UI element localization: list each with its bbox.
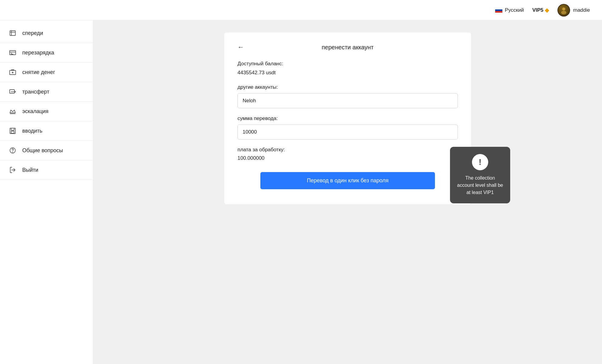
svg-rect-1 [495, 9, 502, 11]
balance-label: Доступный баланс: [237, 61, 458, 67]
card-title: перенести аккаунт [322, 44, 374, 51]
sidebar-label-withdrawal: снятие денег [22, 69, 55, 76]
sidebar-item-input[interactable]: вводить [0, 121, 93, 141]
card-header: ← перенести аккаунт [237, 43, 458, 51]
sidebar-item-withdrawal[interactable]: снятие денег [0, 63, 93, 82]
svg-point-4 [561, 11, 566, 14]
content-area: ← перенести аккаунт Доступный баланс: 44… [93, 20, 602, 364]
sidebar-label-front: спереди [22, 30, 43, 36]
topbar: Русский VIP5 ◆ maddie [0, 0, 602, 20]
sidebar-label-faq: Общие вопросы [22, 147, 63, 154]
transfer-card: ← перенести аккаунт Доступный баланс: 44… [224, 32, 471, 204]
tooltip-text: The collection account level shall be at… [457, 174, 504, 196]
svg-point-3 [562, 8, 565, 11]
sidebar-label-input: вводить [22, 128, 42, 134]
language-label: Русский [505, 7, 524, 13]
diamond-icon: ◆ [545, 7, 549, 14]
logout-icon [8, 166, 17, 174]
flag-icon [495, 8, 502, 13]
avatar [557, 4, 570, 17]
other-accounts-label: другие аккаунты: [237, 84, 458, 90]
avatar-inner [558, 5, 569, 16]
transfer-icon [8, 88, 17, 96]
balance-value: 4435542.73 usdt [237, 70, 458, 76]
language-selector[interactable]: Русский [495, 7, 524, 13]
sidebar-item-faq[interactable]: Общие вопросы [0, 141, 93, 160]
transfer-amount-input[interactable] [237, 125, 458, 140]
svg-point-22 [13, 152, 13, 152]
sidebar-label-transfer: трансферт [22, 89, 49, 95]
svg-rect-20 [11, 131, 14, 133]
sidebar-item-front[interactable]: спереди [0, 23, 93, 43]
sidebar-item-recharge[interactable]: перезарядка [0, 43, 93, 63]
tooltip-warning-icon: ! [472, 154, 488, 170]
transfer-amount-label: сумма перевода: [237, 116, 458, 122]
fee-value: 100.000000 [237, 155, 458, 161]
sidebar-item-escalation[interactable]: эскалация [0, 102, 93, 121]
sidebar-label-recharge: перезарядка [22, 50, 54, 56]
fee-label: плата за обработку: [237, 147, 458, 153]
svg-rect-19 [11, 128, 14, 130]
withdrawal-icon [8, 68, 17, 76]
sidebar-label-logout: Выйти [22, 167, 38, 173]
svg-rect-5 [10, 31, 15, 35]
sidebar-item-logout[interactable]: Выйти [0, 160, 93, 180]
vip-badge: VIP5 ◆ [532, 7, 549, 14]
user-profile[interactable]: maddie [557, 4, 590, 17]
username: maddie [573, 7, 590, 13]
sidebar-label-escalation: эскалация [22, 108, 48, 115]
submit-button[interactable]: Перевод в один клик без пароля [260, 172, 435, 189]
sidebar-item-transfer[interactable]: трансферт [0, 82, 93, 102]
sidebar: спереди перезарядка [0, 20, 93, 364]
vip-level: VIP5 [532, 7, 543, 13]
svg-rect-18 [10, 128, 15, 134]
svg-rect-2 [495, 11, 502, 12]
crown-icon [8, 107, 17, 116]
other-accounts-input[interactable] [237, 93, 458, 108]
question-icon [8, 146, 17, 155]
save-icon [8, 127, 17, 135]
main-layout: спереди перезарядка [0, 20, 602, 364]
avatar-icon [560, 6, 568, 14]
back-button[interactable]: ← [237, 43, 244, 51]
recharge-icon [8, 48, 17, 57]
tooltip-popup: ! The collection account level shall be … [450, 147, 510, 203]
home-icon [8, 29, 17, 37]
svg-rect-15 [10, 90, 14, 93]
